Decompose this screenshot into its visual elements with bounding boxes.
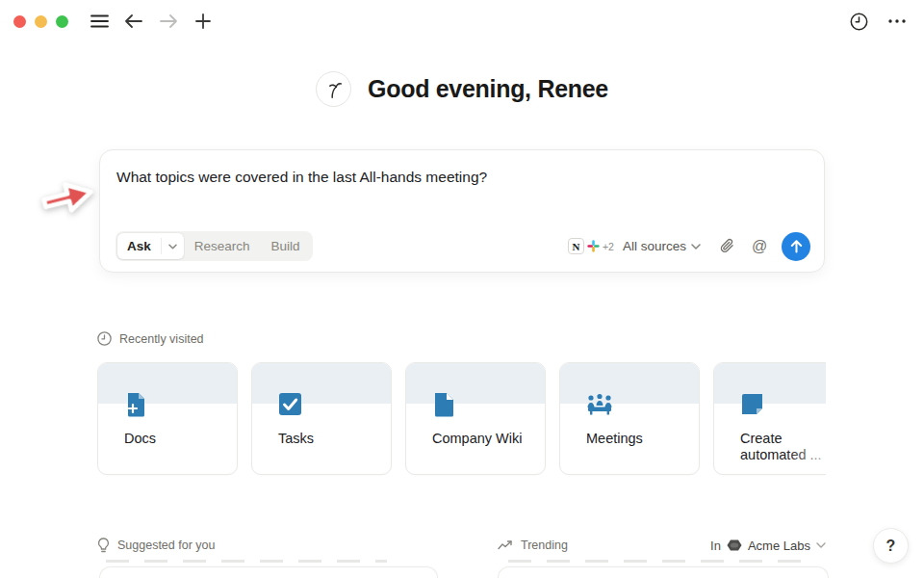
recently-visited-cards: Docs Tasks Company Wiki xyxy=(97,362,826,477)
sources-overflow-count: +2 xyxy=(603,241,614,252)
ai-composer-card: What topics were covered in the last All… xyxy=(99,149,825,273)
all-sources-selector[interactable]: All sources xyxy=(623,239,701,253)
more-options-icon[interactable] xyxy=(884,8,911,35)
attachment-paperclip-icon[interactable] xyxy=(712,232,741,261)
page-title: Good evening, Renee xyxy=(368,75,608,103)
tab-ask[interactable]: Ask xyxy=(117,233,184,259)
slack-source-icon xyxy=(586,239,602,254)
lightbulb-icon xyxy=(97,538,110,553)
zoom-window-button[interactable] xyxy=(56,15,68,28)
card-label: Company Wiki xyxy=(432,431,531,447)
page-icon xyxy=(432,392,457,417)
mention-at-icon[interactable]: @ xyxy=(745,232,774,261)
checkbox-icon xyxy=(278,392,303,417)
card-label: Meetings xyxy=(586,431,685,447)
mode-switcher: Ask Research Build xyxy=(116,231,313,261)
red-annotation-arrow-icon xyxy=(36,168,101,228)
question-input[interactable]: What topics were covered in the last All… xyxy=(116,169,808,186)
doc-plus-icon xyxy=(124,392,149,417)
ask-dropdown-chevron-icon[interactable] xyxy=(162,244,184,250)
send-button[interactable] xyxy=(782,232,810,261)
workspace-prefix: In xyxy=(710,539,721,553)
card-company-wiki[interactable]: Company Wiki xyxy=(405,362,546,475)
workspace-name: Acme Labs xyxy=(748,539,810,553)
workspace-selector[interactable]: In Acme Labs xyxy=(710,539,826,553)
workspace-logo-icon xyxy=(727,539,742,551)
recently-visited-section: Recently visited Docs Tasks xyxy=(97,331,826,477)
trending-card-peek[interactable] xyxy=(498,566,829,578)
palm-tree-icon xyxy=(316,71,351,107)
chevron-down-icon xyxy=(816,542,826,548)
bottom-sections: Suggested for you Trending In Acme Labs xyxy=(97,538,826,553)
window-controls xyxy=(13,15,68,28)
arrow-up-icon xyxy=(790,240,803,253)
suggested-card-peek[interactable] xyxy=(99,566,438,578)
back-icon[interactable] xyxy=(120,8,147,35)
divider xyxy=(106,560,387,563)
card-tasks[interactable]: Tasks xyxy=(251,362,392,475)
minimize-window-button[interactable] xyxy=(35,15,47,28)
suggested-for-you-title: Suggested for you xyxy=(117,539,215,552)
template-note-icon xyxy=(740,392,765,417)
tab-research[interactable]: Research xyxy=(184,239,261,253)
card-meetings[interactable]: Meetings xyxy=(559,362,700,475)
forward-icon[interactable] xyxy=(155,8,182,35)
window-toolbar xyxy=(0,0,924,42)
notion-source-icon: N xyxy=(568,238,584,254)
card-docs[interactable]: Docs xyxy=(97,362,238,475)
connected-sources[interactable]: N +2 xyxy=(568,238,614,254)
meeting-people-icon xyxy=(586,392,611,417)
recently-visited-title: Recently visited xyxy=(119,332,204,346)
greeting-header: Good evening, Renee xyxy=(0,71,924,107)
card-label: Tasks xyxy=(278,431,377,447)
card-create-automated[interactable]: Create automated ... xyxy=(713,362,826,475)
trending-title: Trending xyxy=(521,539,568,552)
clock-icon xyxy=(97,331,112,346)
sidebar-menu-icon[interactable] xyxy=(86,8,113,35)
tab-build[interactable]: Build xyxy=(261,239,311,253)
card-label: Docs xyxy=(124,431,223,447)
chevron-down-icon xyxy=(691,244,701,250)
divider xyxy=(508,560,814,563)
close-window-button[interactable] xyxy=(13,15,26,28)
history-clock-icon[interactable] xyxy=(845,8,872,35)
card-label: Create automated ... xyxy=(740,431,826,464)
new-tab-plus-icon[interactable] xyxy=(190,8,217,35)
help-button[interactable]: ? xyxy=(873,528,909,564)
trending-icon xyxy=(498,540,513,551)
